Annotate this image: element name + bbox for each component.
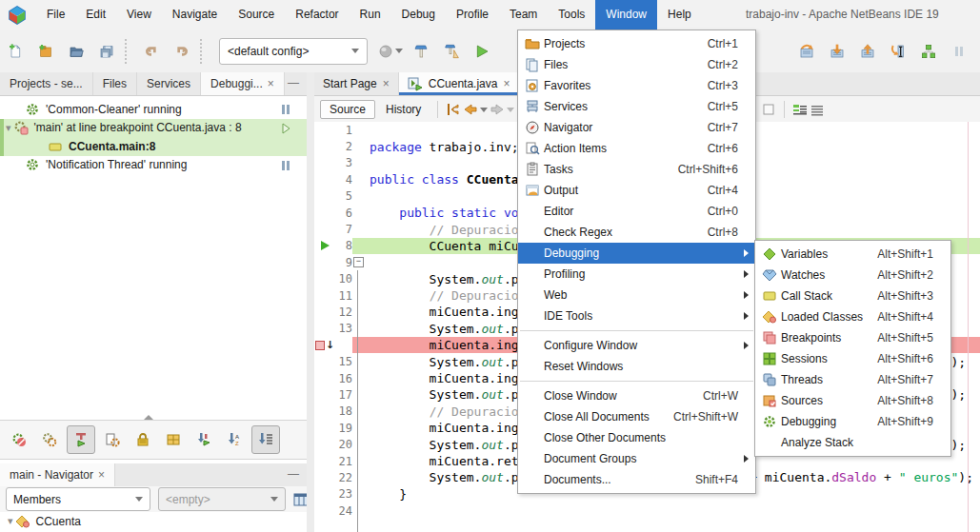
save-all-button[interactable] — [91, 36, 122, 67]
code-line-24[interactable]: 24 — [314, 502, 980, 519]
minimize-icon[interactable]: — — [288, 463, 299, 484]
breakpoint-icon[interactable]: ↓ — [314, 337, 335, 353]
window-menu-item-close-all-documents[interactable]: Close All DocumentsCtrl+Shift+W — [518, 406, 755, 427]
show-current-thread-button[interactable] — [67, 425, 95, 454]
menu-navigate[interactable]: Navigate — [162, 0, 228, 30]
window-menu-item-navigator[interactable]: NavigatorCtrl+7 — [518, 117, 755, 138]
menu-help[interactable]: Help — [657, 0, 702, 30]
finish-sessions-button[interactable] — [6, 426, 32, 453]
close-icon[interactable]: × — [98, 463, 105, 486]
tab-files[interactable]: Files — [93, 72, 137, 95]
expander-icon[interactable]: ▾ — [8, 515, 13, 527]
tab-navigator[interactable]: main - Navigator × — [0, 463, 115, 486]
filter-combobox[interactable]: <empty> — [158, 487, 286, 511]
window-menu-item-ide-tools[interactable]: IDE Tools — [518, 305, 755, 326]
window-menu-item-action-items[interactable]: Action ItemsCtrl+6 — [518, 138, 755, 159]
navigator-tree-row[interactable]: ▾CCuenta — [0, 512, 307, 531]
debugging-submenu-item-sessions[interactable]: SessionsAlt+Shift+6 — [755, 348, 950, 369]
menu-profile[interactable]: Profile — [446, 0, 499, 30]
window-menu-item-services[interactable]: ServicesCtrl+5 — [518, 96, 755, 117]
debugging-submenu-item-debugging[interactable]: DebuggingAlt+Shift+9 — [755, 411, 950, 432]
debugging-submenu-item-sources[interactable]: SourcesAlt+Shift+8 — [755, 390, 950, 411]
history-view-button[interactable]: History — [377, 101, 430, 118]
step-into-button[interactable] — [822, 36, 852, 67]
debugging-submenu-item-loaded-classes[interactable]: Loaded ClassesAlt+Shift+4 — [755, 306, 950, 327]
config-combobox[interactable]: <default config> — [219, 38, 368, 65]
menu-edit[interactable]: Edit — [75, 0, 116, 30]
forward-icon[interactable] — [490, 102, 505, 117]
new-file-button[interactable] — [0, 36, 30, 67]
menu-file[interactable]: File — [36, 0, 75, 30]
tab-services[interactable]: Services — [137, 72, 201, 95]
pause-icon[interactable] — [278, 158, 293, 173]
expander-icon[interactable]: ▾ — [6, 122, 11, 134]
run-button[interactable] — [467, 36, 497, 67]
close-icon[interactable]: × — [503, 77, 510, 90]
source-view-button[interactable]: Source — [320, 100, 375, 119]
show-monitors-button[interactable] — [130, 426, 156, 453]
globe-button[interactable] — [375, 36, 406, 67]
window-menu-item-reset-windows[interactable]: Reset Windows — [518, 356, 755, 377]
undo-button[interactable] — [136, 36, 167, 67]
debug-tree-row[interactable]: ▾'main' at line breakpoint CCuenta.java … — [0, 119, 307, 138]
debugging-submenu-item-variables[interactable]: VariablesAlt+Shift+1 — [755, 244, 950, 265]
debug-tree-row[interactable]: 'Common-Cleaner' running — [0, 100, 307, 119]
editor-tab-ccuentajava[interactable]: CCuenta.java× — [399, 72, 520, 95]
window-menu-item-tasks[interactable]: TasksCtrl+Shift+6 — [518, 159, 755, 180]
apply-changes-button[interactable] — [913, 36, 944, 67]
pause-button[interactable] — [944, 36, 974, 67]
step-out-button[interactable] — [852, 36, 883, 67]
sort-suspend-button[interactable] — [190, 426, 217, 453]
sort-natural-button[interactable] — [251, 425, 280, 454]
thread-properties-button[interactable] — [99, 426, 126, 453]
window-menu-item-document-groups[interactable]: Document Groups — [518, 448, 755, 469]
back-history-chevron-icon[interactable] — [480, 108, 488, 112]
program-counter-icon[interactable] — [314, 238, 335, 254]
menu-source[interactable]: Source — [228, 0, 285, 30]
sort-alpha-button[interactable]: AZ — [221, 426, 248, 453]
debugging-submenu-item-call-stack[interactable]: Call StackAlt+Shift+3 — [755, 286, 950, 306]
editor-tab-startpage[interactable]: Start Page× — [314, 72, 399, 95]
debug-tree-row[interactable]: 'Notification Thread' running — [0, 156, 307, 175]
last-edit-icon[interactable] — [446, 102, 461, 117]
comment-icon[interactable] — [792, 102, 808, 117]
new-project-button[interactable] — [30, 36, 61, 67]
debugging-submenu-item-breakpoints[interactable]: BreakpointsAlt+Shift+5 — [755, 327, 950, 348]
window-menu-item-close-other-documents[interactable]: Close Other Documents — [518, 427, 755, 448]
uncomment-icon[interactable] — [810, 102, 825, 117]
debugging-submenu-item-analyze-stack[interactable]: Analyze Stack — [755, 432, 950, 453]
close-icon[interactable]: × — [383, 77, 390, 90]
run-to-cursor-button[interactable] — [883, 36, 913, 67]
clean-build-button[interactable] — [436, 36, 467, 67]
window-menu-item-favorites[interactable]: FavoritesCtrl+3 — [518, 75, 755, 96]
members-combobox[interactable]: Members — [6, 487, 150, 511]
back-icon[interactable] — [463, 102, 478, 117]
code-fold-toggle[interactable]: − — [353, 257, 364, 267]
resume-icon[interactable] — [278, 121, 293, 136]
window-menu-item-output[interactable]: OutputCtrl+4 — [518, 180, 755, 201]
menu-window[interactable]: Window — [595, 0, 657, 30]
debugging-submenu-item-threads[interactable]: ThreadsAlt+Shift+7 — [755, 369, 950, 390]
debug-tree-row[interactable]: CCuenta.main:8 — [0, 137, 307, 156]
close-icon[interactable]: × — [268, 72, 274, 95]
window-menu-item-files[interactable]: FilesCtrl+2 — [518, 54, 755, 75]
redo-button[interactable] — [167, 36, 197, 67]
minimize-icon[interactable]: — — [288, 72, 299, 93]
forward-history-chevron-icon[interactable] — [507, 108, 514, 112]
window-menu-item-check-regex[interactable]: Check RegexCtrl+8 — [518, 222, 755, 243]
window-menu-item-documents---[interactable]: Documents...Shift+F4 — [518, 469, 755, 490]
window-menu-item-debugging[interactable]: Debugging — [518, 243, 755, 264]
window-menu-item-web[interactable]: Web — [518, 285, 755, 305]
step-over-button[interactable] — [791, 36, 822, 67]
pause-icon[interactable] — [278, 102, 293, 117]
show-table-button[interactable] — [160, 426, 187, 453]
window-menu-item-close-window[interactable]: Close WindowCtrl+W — [518, 385, 755, 406]
menu-run[interactable]: Run — [350, 0, 391, 30]
menu-tools[interactable]: Tools — [548, 0, 595, 30]
menu-debug[interactable]: Debug — [391, 0, 446, 30]
session-settings-button[interactable] — [36, 426, 63, 453]
window-menu-item-projects[interactable]: ProjectsCtrl+1 — [518, 33, 755, 54]
debugging-submenu-item-watches[interactable]: WatchesAlt+Shift+2 — [755, 265, 950, 286]
window-menu-item-configure-window[interactable]: Configure Window — [518, 335, 755, 356]
stop-macro-icon[interactable] — [761, 102, 776, 117]
